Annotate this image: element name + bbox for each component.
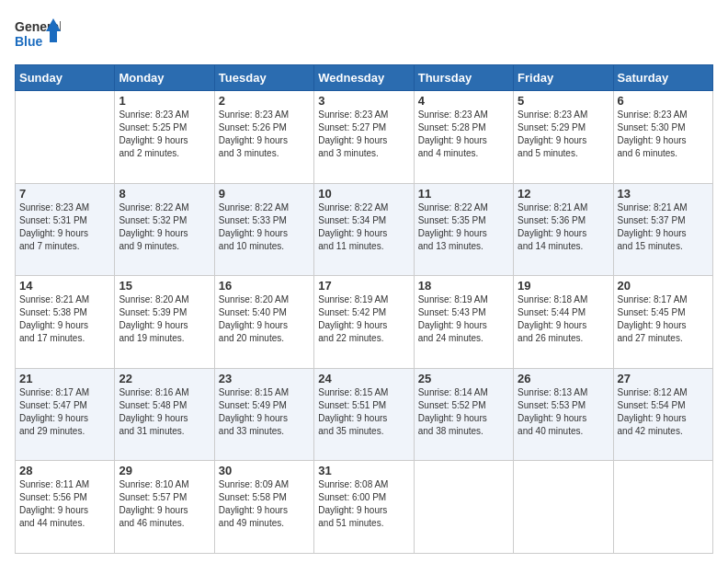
- weekday-saturday: Saturday: [613, 65, 712, 91]
- day-number: 21: [19, 372, 110, 385]
- calendar-cell: [514, 461, 613, 554]
- calendar-cell: [414, 461, 513, 554]
- day-info: Sunrise: 8:19 AM Sunset: 5:43 PM Dayligh…: [418, 293, 509, 345]
- weekday-header-row: SundayMondayTuesdayWednesdayThursdayFrid…: [16, 65, 713, 91]
- calendar-cell: 21Sunrise: 8:17 AM Sunset: 5:47 PM Dayli…: [16, 368, 115, 461]
- day-number: 7: [19, 187, 110, 201]
- weekday-friday: Friday: [514, 65, 613, 91]
- day-number: 10: [318, 187, 409, 201]
- day-number: 4: [418, 94, 509, 108]
- week-row-2: 7Sunrise: 8:23 AM Sunset: 5:31 PM Daylig…: [16, 183, 713, 276]
- calendar-cell: 22Sunrise: 8:16 AM Sunset: 5:48 PM Dayli…: [115, 368, 214, 461]
- weekday-monday: Monday: [115, 65, 214, 91]
- calendar-cell: 12Sunrise: 8:21 AM Sunset: 5:36 PM Dayli…: [514, 183, 613, 276]
- day-info: Sunrise: 8:21 AM Sunset: 5:38 PM Dayligh…: [19, 293, 110, 345]
- day-info: Sunrise: 8:14 AM Sunset: 5:52 PM Dayligh…: [418, 386, 509, 438]
- calendar-cell: 28Sunrise: 8:11 AM Sunset: 5:56 PM Dayli…: [16, 461, 115, 554]
- calendar-cell: 20Sunrise: 8:17 AM Sunset: 5:45 PM Dayli…: [613, 276, 712, 369]
- day-number: 1: [119, 94, 210, 108]
- calendar-cell: [613, 461, 712, 554]
- day-info: Sunrise: 8:17 AM Sunset: 5:45 PM Dayligh…: [618, 293, 709, 345]
- day-info: Sunrise: 8:15 AM Sunset: 5:51 PM Dayligh…: [318, 386, 409, 438]
- day-info: Sunrise: 8:15 AM Sunset: 5:49 PM Dayligh…: [219, 386, 310, 438]
- day-info: Sunrise: 8:23 AM Sunset: 5:30 PM Dayligh…: [618, 109, 709, 160]
- day-info: Sunrise: 8:23 AM Sunset: 5:29 PM Dayligh…: [518, 109, 609, 160]
- day-info: Sunrise: 8:21 AM Sunset: 5:37 PM Dayligh…: [618, 201, 709, 253]
- day-info: Sunrise: 8:10 AM Sunset: 5:57 PM Dayligh…: [119, 478, 210, 530]
- calendar-cell: 2Sunrise: 8:23 AM Sunset: 5:26 PM Daylig…: [214, 91, 313, 184]
- calendar-cell: 27Sunrise: 8:12 AM Sunset: 5:54 PM Dayli…: [613, 368, 712, 461]
- calendar-cell: 19Sunrise: 8:18 AM Sunset: 5:44 PM Dayli…: [514, 276, 613, 369]
- svg-text:Blue: Blue: [15, 34, 43, 49]
- weekday-thursday: Thursday: [414, 65, 513, 91]
- day-info: Sunrise: 8:08 AM Sunset: 6:00 PM Dayligh…: [318, 478, 409, 530]
- weekday-tuesday: Tuesday: [214, 65, 313, 91]
- day-info: Sunrise: 8:11 AM Sunset: 5:56 PM Dayligh…: [19, 478, 110, 530]
- calendar-cell: 8Sunrise: 8:22 AM Sunset: 5:32 PM Daylig…: [115, 183, 214, 276]
- day-info: Sunrise: 8:22 AM Sunset: 5:34 PM Dayligh…: [318, 201, 409, 253]
- calendar-cell: 30Sunrise: 8:09 AM Sunset: 5:58 PM Dayli…: [214, 461, 313, 554]
- logo-svg: General Blue: [15, 15, 61, 55]
- calendar-cell: 25Sunrise: 8:14 AM Sunset: 5:52 PM Dayli…: [414, 368, 513, 461]
- header: General Blue: [15, 15, 713, 55]
- day-info: Sunrise: 8:22 AM Sunset: 5:33 PM Dayligh…: [219, 201, 310, 253]
- calendar-cell: 31Sunrise: 8:08 AM Sunset: 6:00 PM Dayli…: [314, 461, 414, 554]
- calendar-table: SundayMondayTuesdayWednesdayThursdayFrid…: [15, 64, 713, 554]
- day-info: Sunrise: 8:23 AM Sunset: 5:26 PM Dayligh…: [219, 109, 310, 160]
- calendar-cell: 13Sunrise: 8:21 AM Sunset: 5:37 PM Dayli…: [613, 183, 712, 276]
- calendar-cell: 3Sunrise: 8:23 AM Sunset: 5:27 PM Daylig…: [314, 91, 414, 184]
- day-info: Sunrise: 8:19 AM Sunset: 5:42 PM Dayligh…: [318, 293, 409, 345]
- day-number: 27: [618, 372, 709, 385]
- day-info: Sunrise: 8:23 AM Sunset: 5:25 PM Dayligh…: [119, 109, 210, 160]
- day-info: Sunrise: 8:09 AM Sunset: 5:58 PM Dayligh…: [219, 478, 310, 530]
- week-row-3: 14Sunrise: 8:21 AM Sunset: 5:38 PM Dayli…: [16, 276, 713, 369]
- day-number: 24: [318, 372, 409, 385]
- day-number: 5: [518, 94, 609, 108]
- day-info: Sunrise: 8:23 AM Sunset: 5:31 PM Dayligh…: [19, 201, 110, 253]
- day-number: 13: [618, 187, 709, 201]
- day-number: 28: [19, 464, 110, 477]
- logo: General Blue: [15, 15, 61, 55]
- day-info: Sunrise: 8:20 AM Sunset: 5:39 PM Dayligh…: [119, 293, 210, 345]
- day-number: 30: [219, 464, 310, 477]
- day-info: Sunrise: 8:21 AM Sunset: 5:36 PM Dayligh…: [518, 201, 609, 253]
- day-number: 17: [318, 279, 409, 293]
- day-info: Sunrise: 8:22 AM Sunset: 5:35 PM Dayligh…: [418, 201, 509, 253]
- calendar-cell: 14Sunrise: 8:21 AM Sunset: 5:38 PM Dayli…: [16, 276, 115, 369]
- calendar-cell: 29Sunrise: 8:10 AM Sunset: 5:57 PM Dayli…: [115, 461, 214, 554]
- day-number: 16: [219, 279, 310, 293]
- calendar-cell: 18Sunrise: 8:19 AM Sunset: 5:43 PM Dayli…: [414, 276, 513, 369]
- day-number: 15: [119, 279, 210, 293]
- day-number: 22: [119, 372, 210, 385]
- day-number: 20: [618, 279, 709, 293]
- day-number: 26: [518, 372, 609, 385]
- day-number: 8: [119, 187, 210, 201]
- calendar-cell: 24Sunrise: 8:15 AM Sunset: 5:51 PM Dayli…: [314, 368, 414, 461]
- day-info: Sunrise: 8:12 AM Sunset: 5:54 PM Dayligh…: [618, 386, 709, 438]
- calendar-cell: 9Sunrise: 8:22 AM Sunset: 5:33 PM Daylig…: [214, 183, 313, 276]
- calendar-cell: 26Sunrise: 8:13 AM Sunset: 5:53 PM Dayli…: [514, 368, 613, 461]
- calendar-cell: 7Sunrise: 8:23 AM Sunset: 5:31 PM Daylig…: [16, 183, 115, 276]
- calendar-cell: 16Sunrise: 8:20 AM Sunset: 5:40 PM Dayli…: [214, 276, 313, 369]
- calendar-cell: 11Sunrise: 8:22 AM Sunset: 5:35 PM Dayli…: [414, 183, 513, 276]
- day-info: Sunrise: 8:16 AM Sunset: 5:48 PM Dayligh…: [119, 386, 210, 438]
- day-number: 14: [19, 279, 110, 293]
- page: General Blue SundayMondayTuesdayWednesda…: [0, 0, 728, 563]
- day-number: 31: [318, 464, 409, 477]
- calendar-cell: 5Sunrise: 8:23 AM Sunset: 5:29 PM Daylig…: [514, 91, 613, 184]
- day-info: Sunrise: 8:18 AM Sunset: 5:44 PM Dayligh…: [518, 293, 609, 345]
- day-info: Sunrise: 8:17 AM Sunset: 5:47 PM Dayligh…: [19, 386, 110, 438]
- day-info: Sunrise: 8:23 AM Sunset: 5:28 PM Dayligh…: [418, 109, 509, 160]
- day-number: 2: [219, 94, 310, 108]
- week-row-1: 1Sunrise: 8:23 AM Sunset: 5:25 PM Daylig…: [16, 91, 713, 184]
- day-number: 6: [618, 94, 709, 108]
- week-row-4: 21Sunrise: 8:17 AM Sunset: 5:47 PM Dayli…: [16, 368, 713, 461]
- calendar-cell: 15Sunrise: 8:20 AM Sunset: 5:39 PM Dayli…: [115, 276, 214, 369]
- day-number: 19: [518, 279, 609, 293]
- calendar-cell: 10Sunrise: 8:22 AM Sunset: 5:34 PM Dayli…: [314, 183, 414, 276]
- day-number: 9: [219, 187, 310, 201]
- week-row-5: 28Sunrise: 8:11 AM Sunset: 5:56 PM Dayli…: [16, 461, 713, 554]
- calendar-cell: 17Sunrise: 8:19 AM Sunset: 5:42 PM Dayli…: [314, 276, 414, 369]
- day-info: Sunrise: 8:13 AM Sunset: 5:53 PM Dayligh…: [518, 386, 609, 438]
- day-number: 12: [518, 187, 609, 201]
